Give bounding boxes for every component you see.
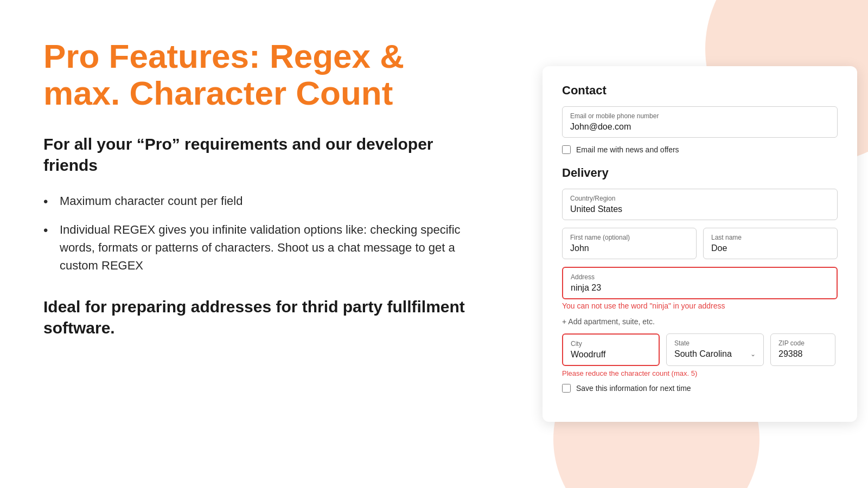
country-field[interactable]: Country/Region United States	[562, 189, 838, 220]
city-error: Please reduce the character count (max. …	[562, 369, 838, 378]
delivery-heading: Delivery	[562, 166, 838, 180]
left-panel: Pro Features: Regex & max. Character Cou…	[0, 0, 532, 488]
feature-list: Maximum character count per field Indivi…	[43, 192, 488, 274]
name-fields-row: First name (optional) John Last name Doe	[562, 228, 838, 259]
email-value: John@doe.com	[570, 122, 829, 132]
email-checkbox-row: Email me with news and offers	[562, 145, 838, 154]
zip-value: 29388	[778, 349, 827, 359]
right-panel: Contact Email or mobile phone number Joh…	[532, 0, 868, 488]
email-checkbox-label: Email me with news and offers	[576, 145, 679, 154]
country-label: Country/Region	[570, 195, 829, 202]
email-field[interactable]: Email or mobile phone number John@doe.co…	[562, 106, 838, 138]
contact-heading: Contact	[562, 84, 838, 98]
zip-label: ZIP code	[778, 339, 827, 347]
zip-field[interactable]: ZIP code 29388	[770, 333, 835, 366]
country-value: United States	[570, 204, 829, 214]
page-title: Pro Features: Regex & max. Character Cou…	[43, 38, 488, 112]
chevron-down-icon: ⌄	[750, 350, 756, 358]
save-checkbox-row: Save this information for next time	[562, 384, 838, 393]
page-subtitle: For all your “Pro” requirements and our …	[43, 133, 488, 176]
first-name-label: First name (optional)	[570, 234, 688, 241]
last-name-field[interactable]: Last name Doe	[703, 228, 838, 259]
save-checkbox-label: Save this information for next time	[576, 384, 691, 393]
first-name-value: John	[570, 243, 688, 253]
state-label: State	[674, 339, 756, 347]
city-field[interactable]: City Woodruff	[562, 333, 660, 366]
last-name-value: Doe	[711, 243, 829, 253]
address-label: Address	[571, 273, 829, 281]
contact-section: Contact Email or mobile phone number Joh…	[562, 84, 838, 154]
state-field[interactable]: State South Carolina ⌄	[666, 333, 764, 366]
save-checkbox[interactable]	[562, 384, 571, 393]
state-select-wrapper: South Carolina ⌄	[674, 349, 756, 359]
last-name-label: Last name	[711, 234, 829, 241]
city-label: City	[571, 340, 651, 348]
delivery-section: Delivery Country/Region United States Fi…	[562, 166, 838, 393]
first-name-field[interactable]: First name (optional) John	[562, 228, 697, 259]
page-wrapper: Pro Features: Regex & max. Character Cou…	[0, 0, 868, 488]
bullet-item-1: Maximum character count per field	[43, 192, 488, 210]
city-value: Woodruff	[571, 350, 651, 359]
state-value: South Carolina	[674, 349, 732, 359]
address-field[interactable]: Address ninja 23	[562, 267, 838, 299]
address-error: You can not use the word "ninja" in your…	[562, 301, 838, 310]
form-card: Contact Email or mobile phone number Joh…	[542, 66, 857, 422]
add-apartment-link[interactable]: + Add apartment, suite, etc.	[562, 317, 655, 326]
bottom-text: Ideal for preparing addresses for thrid …	[43, 296, 488, 338]
address-value: ninja 23	[571, 283, 829, 293]
bullet-item-2: Individual REGEX gives you infinite vali…	[43, 221, 488, 274]
city-state-zip-row: City Woodruff State South Carolina ⌄ ZIP…	[562, 333, 838, 366]
email-checkbox[interactable]	[562, 145, 571, 154]
email-label: Email or mobile phone number	[570, 112, 829, 120]
